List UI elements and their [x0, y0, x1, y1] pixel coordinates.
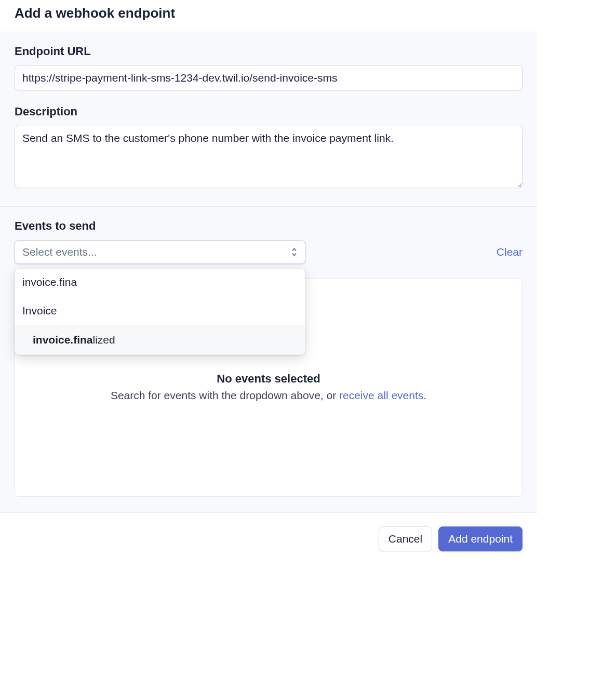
events-option-invoice-finalized[interactable]: invoice.finalized — [15, 325, 305, 354]
endpoint-url-input[interactable] — [15, 65, 523, 90]
empty-sub-suffix: . — [423, 389, 426, 401]
events-label: Events to send — [15, 219, 523, 233]
option-rest-text: lized — [93, 334, 115, 346]
events-dropdown: invoice.fina Invoice invoice.finalized — [15, 268, 305, 355]
chevron-updown-icon — [291, 247, 298, 257]
empty-sub-prefix: Search for events with the dropdown abov… — [111, 389, 339, 401]
endpoint-url-section: Endpoint URL Description — [0, 32, 537, 206]
option-match-text: invoice.fina — [33, 334, 93, 346]
events-select[interactable]: Select events... — [15, 240, 305, 264]
receive-all-events-link[interactable]: receive all events — [339, 389, 423, 401]
footer: Cancel Add endpoint — [0, 512, 537, 565]
empty-events-title: No events selected — [111, 372, 426, 386]
events-select-placeholder: Select events... — [22, 246, 97, 258]
endpoint-url-label: Endpoint URL — [15, 45, 523, 58]
add-endpoint-button[interactable]: Add endpoint — [438, 526, 523, 551]
description-label: Description — [15, 105, 523, 118]
cancel-button[interactable]: Cancel — [379, 526, 432, 551]
description-textarea[interactable] — [15, 126, 523, 188]
clear-events-link[interactable]: Clear — [497, 246, 523, 258]
events-section: Events to send Select events... invoice.… — [0, 206, 537, 512]
events-search-input[interactable]: invoice.fina — [15, 269, 305, 296]
empty-events-subtitle: Search for events with the dropdown abov… — [111, 388, 426, 403]
page-title: Add a webhook endpoint — [15, 5, 523, 21]
events-group-invoice[interactable]: Invoice — [15, 296, 305, 325]
